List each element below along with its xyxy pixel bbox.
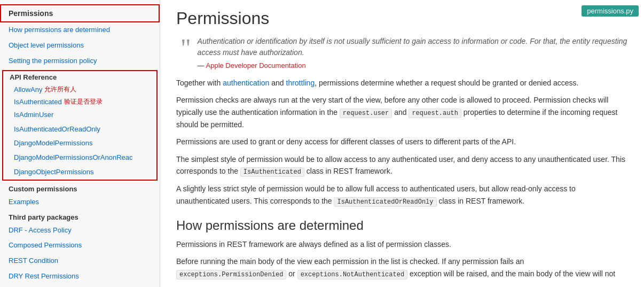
- sidebar-item-django-model-perms[interactable]: DjangoModelPermissions: [3, 136, 156, 151]
- allow-any-annotation: 允许所有人: [44, 85, 76, 94]
- sidebar-item-dry-rest-permissions[interactable]: DRY Rest Permissions: [0, 269, 160, 284]
- sidebar-item-object-level[interactable]: Object level permissions: [0, 38, 160, 53]
- para-4: The simplest style of permission would b…: [176, 153, 628, 178]
- sidebar-item-composed-permissions[interactable]: Composed Permissions: [0, 238, 160, 253]
- sidebar-item-is-auth-readonly[interactable]: IsAuthenticatedOrReadOnly: [3, 122, 156, 137]
- is-authenticated-annotation: 验证是否登录: [64, 97, 103, 106]
- para-7: Before running the main body of the view…: [176, 255, 628, 280]
- is-auth-or-readonly-code: IsAuthenticatedOrReadOnly: [334, 197, 436, 207]
- authentication-link[interactable]: authentication: [223, 79, 269, 87]
- quote-attribution-link[interactable]: Apple Developer Documentation: [206, 61, 306, 69]
- para-6: Permissions in REST framework are always…: [176, 238, 628, 250]
- sidebar-item-examples[interactable]: Examples: [0, 195, 160, 210]
- para-7-end: exception will be raised, and the main b…: [410, 269, 615, 278]
- not-authenticated-code: exceptions.NotAuthenticated: [297, 270, 407, 280]
- sidebar-custom-perms-header[interactable]: Custom permissions: [0, 182, 160, 195]
- para-7-mid: or: [288, 269, 297, 278]
- sidebar: Permissions How permissions are determin…: [0, 0, 160, 287]
- allow-any-label: AllowAny: [14, 86, 42, 94]
- section-how-permissions-title: How permissions are determined: [176, 218, 628, 233]
- sidebar-api-reference-header[interactable]: API Reference: [3, 71, 156, 83]
- sidebar-api-reference-group: API Reference AllowAny 允许所有人 IsAuthentic…: [2, 70, 158, 181]
- sidebar-item-how-permissions[interactable]: How permissions are determined: [0, 22, 160, 38]
- quote-text: Authentication or identification by itse…: [198, 36, 628, 58]
- quote-content: Authentication or identification by itse…: [198, 36, 628, 69]
- sidebar-item-drf-access-policy[interactable]: DRF - Access Policy: [0, 223, 160, 238]
- page-title: Permissions: [176, 9, 628, 28]
- sidebar-item-is-authenticated[interactable]: IsAuthenticated 验证是否登录: [3, 96, 156, 108]
- is-authenticated-code: IsAuthenticated: [240, 167, 304, 177]
- blockquote: " Authentication or identification by it…: [176, 36, 628, 69]
- quote-attribution: Apple Developer Documentation: [198, 61, 628, 69]
- sidebar-item-allow-any[interactable]: AllowAny 允许所有人: [3, 83, 156, 96]
- sidebar-third-party-header[interactable]: Third party packages: [0, 210, 160, 223]
- quote-mark-icon: ": [180, 38, 191, 69]
- sidebar-item-rest-condition[interactable]: REST Condition: [0, 253, 160, 269]
- para-7-start: Before running the main body of the view…: [176, 257, 524, 266]
- sidebar-item-django-object-perms[interactable]: DjangoObjectPermissions: [3, 165, 156, 180]
- request-auth-code: request.auth: [409, 108, 461, 118]
- throttling-link[interactable]: throttling: [286, 79, 315, 87]
- permission-denied-code: exceptions.PermissionDenied: [176, 270, 286, 280]
- main-content: permissions.py Permissions " Authenticat…: [160, 0, 644, 287]
- para-2: Permission checks are always run at the …: [176, 94, 628, 130]
- sidebar-item-django-model-perms-anon[interactable]: DjangoModelPermissionsOrAnonReac: [3, 151, 156, 165]
- sidebar-item-permissions[interactable]: Permissions: [0, 4, 160, 22]
- permissions-badge[interactable]: permissions.py: [582, 5, 639, 17]
- para-5: A slightly less strict style of permissi…: [176, 183, 628, 207]
- request-user-code: request.user: [340, 108, 392, 118]
- para-3: Permissions are used to grant or deny ac…: [176, 136, 628, 148]
- sidebar-item-is-admin-user[interactable]: IsAdminUser: [3, 108, 156, 122]
- sidebar-item-setting-policy[interactable]: Setting the permission policy: [0, 53, 160, 69]
- is-authenticated-label: IsAuthenticated: [14, 98, 62, 106]
- sidebar-item-django-rest-roles[interactable]: Django Rest Framework Roles: [0, 284, 160, 287]
- para-1: Together with authentication and throttl…: [176, 77, 628, 89]
